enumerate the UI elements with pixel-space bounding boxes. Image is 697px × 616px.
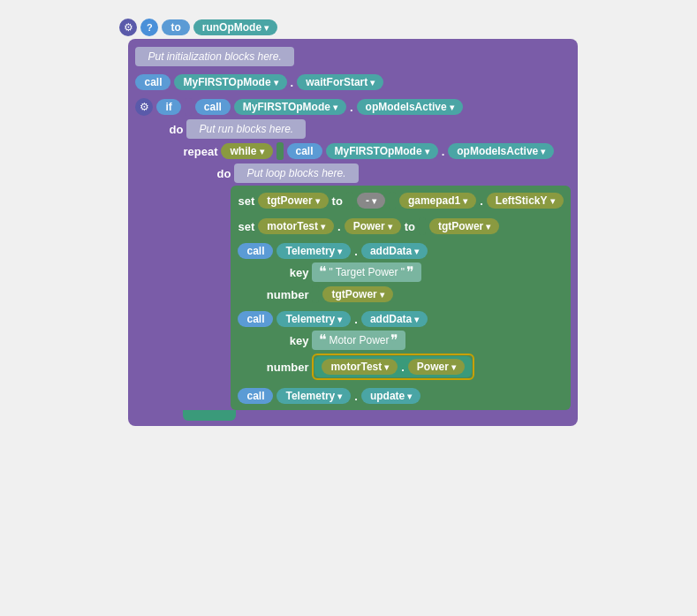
telemetry1-block: call Telemetry . addData key xyxy=(238,240,563,306)
notch-connector-if xyxy=(185,98,192,116)
call-wait-for-start-row: call MyFIRSTOpMode . waitForStart xyxy=(135,73,570,91)
telemetry1-method[interactable]: addData xyxy=(361,243,428,259)
if-block-container: ⚙ if call MyFIRSTOpMode . opModeIsActive xyxy=(135,95,570,421)
key-label-2: key xyxy=(255,334,308,347)
number-label-2: number xyxy=(255,361,308,374)
notch-set3 xyxy=(419,217,426,235)
set-kw-1: set xyxy=(238,194,254,208)
tel1-dot: . xyxy=(354,245,358,258)
telemetry3-class[interactable]: Telemetry xyxy=(277,388,351,404)
telemetry1-number-row: number tgtPower xyxy=(255,285,563,304)
notch-repeat xyxy=(277,142,284,160)
tgt-power-val[interactable]: tgtPower xyxy=(429,218,499,234)
if-header-row: ⚙ if call MyFIRSTOpMode . opModeIsActive xyxy=(135,97,570,117)
motor-test-chip-2[interactable]: motorTest xyxy=(322,359,398,375)
question-icon[interactable]: ? xyxy=(140,19,158,36)
blocks-editor: ⚙ ? to runOpMode Put initialization bloc… xyxy=(112,9,584,433)
loop-placeholder: Put loop blocks here. xyxy=(234,164,358,183)
target-power-string: ❝ " Target Power " ❞ xyxy=(312,262,421,282)
power-chip-2[interactable]: Power xyxy=(408,359,465,375)
top-function-block: ⚙ ? to runOpMode xyxy=(119,18,577,37)
tel2-dot: . xyxy=(354,313,358,326)
if-dot: . xyxy=(350,101,353,114)
gamepad1-chip[interactable]: gamepad1 xyxy=(399,193,476,209)
telemetry1-header: call Telemetry . addData xyxy=(238,242,563,260)
set-dot: . xyxy=(480,194,483,208)
do-row-1: do Put run blocks here. xyxy=(139,118,570,140)
tgt-power-num[interactable]: tgtPower xyxy=(322,286,392,302)
telemetry2-block: call Telemetry . addData key xyxy=(238,308,563,383)
notch-set2 xyxy=(389,192,396,209)
telemetry1-class[interactable]: Telemetry xyxy=(277,243,351,259)
repeat-while-section: repeat while call MyFIRSTOpMode . opMode… xyxy=(183,141,570,421)
do-label-1: do xyxy=(139,123,183,136)
while-chip[interactable]: while xyxy=(221,143,272,159)
set-kw-2: set xyxy=(238,220,254,233)
telemetry2-header: call Telemetry . addData xyxy=(238,310,563,328)
motor-test-chip[interactable]: motorTest xyxy=(258,218,334,234)
dot-1: . xyxy=(291,76,294,89)
repeat-call-kw: call xyxy=(287,143,322,159)
call-class-1[interactable]: MyFIRSTOpMode xyxy=(174,74,286,90)
do-row-2: do Put loop blocks here. xyxy=(186,163,570,184)
minus-op[interactable]: - xyxy=(357,193,385,209)
if-keyword: if xyxy=(156,99,180,115)
call-kw-tel1: call xyxy=(238,243,273,259)
if-gear-icon[interactable]: ⚙ xyxy=(135,98,153,116)
tel3-dot: . xyxy=(354,390,358,403)
telemetry3-row: call Telemetry . update xyxy=(238,387,563,405)
telemetry2-key-row: key ❝ Motor Power ❞ xyxy=(255,330,563,351)
repeat-keyword: repeat xyxy=(183,145,217,158)
motor-power-highlighted: motorTest . Power xyxy=(312,354,474,380)
function-name-chip[interactable]: runOpMode xyxy=(193,19,277,35)
power-chip-1[interactable]: Power xyxy=(345,218,401,234)
motor-dot: . xyxy=(337,220,341,233)
repeat-class[interactable]: MyFIRSTOpMode xyxy=(326,143,438,159)
if-method[interactable]: opModeIsActive xyxy=(357,99,463,115)
key-label-1: key xyxy=(255,266,308,279)
do-label-2: do xyxy=(186,167,231,180)
if-class[interactable]: MyFIRSTOpMode xyxy=(234,99,346,115)
telemetry2-class[interactable]: Telemetry xyxy=(277,311,351,327)
number-label-1: number xyxy=(255,288,308,301)
init-placeholder-row: Put initialization blocks here. xyxy=(135,46,570,67)
repeat-method[interactable]: opModeIsActive xyxy=(448,143,554,159)
call-kw-tel3: call xyxy=(238,388,273,404)
call-kw-tel2: call xyxy=(238,311,273,327)
gear-icon[interactable]: ⚙ xyxy=(119,19,137,36)
run-opmode-body: Put initialization blocks here. call MyF… xyxy=(128,39,577,426)
motor-power-string: ❝ Motor Power ❞ xyxy=(312,331,405,350)
telemetry3-method[interactable]: update xyxy=(361,388,420,404)
notch-num1 xyxy=(312,285,319,303)
notch-set xyxy=(346,192,353,209)
repeat-bottom-notch xyxy=(183,410,236,421)
to-keyword: to xyxy=(162,19,189,35)
if-call-keyword: call xyxy=(195,99,231,115)
telemetry2-method[interactable]: addData xyxy=(361,311,428,327)
to-kw-2: to xyxy=(405,220,415,233)
motor-power-dot: . xyxy=(401,361,405,374)
run-placeholder: Put run blocks here. xyxy=(186,119,306,139)
set-motor-test-row: set motorTest . Power to tgtPower xyxy=(238,217,563,236)
call-method-1[interactable]: waitForStart xyxy=(297,74,383,90)
repeat-dot: . xyxy=(442,145,445,158)
left-stick-y-chip[interactable]: LeftStickY xyxy=(487,193,564,209)
loop-body: set tgtPower to - gamepad1 . xyxy=(231,186,570,410)
to-kw-1: to xyxy=(332,194,343,208)
init-placeholder: Put initialization blocks here. xyxy=(135,47,293,66)
repeat-header-row: repeat while call MyFIRSTOpMode . opMode… xyxy=(183,141,570,161)
call-keyword-1: call xyxy=(135,74,170,90)
set-tgt-power-row: set tgtPower to - gamepad1 . xyxy=(238,191,563,210)
telemetry2-number-row: number motorTest . Power xyxy=(255,353,563,381)
tgt-power-var[interactable]: tgtPower xyxy=(258,193,328,209)
telemetry1-key-row: key ❝ " Target Power " ❞ xyxy=(255,262,563,283)
